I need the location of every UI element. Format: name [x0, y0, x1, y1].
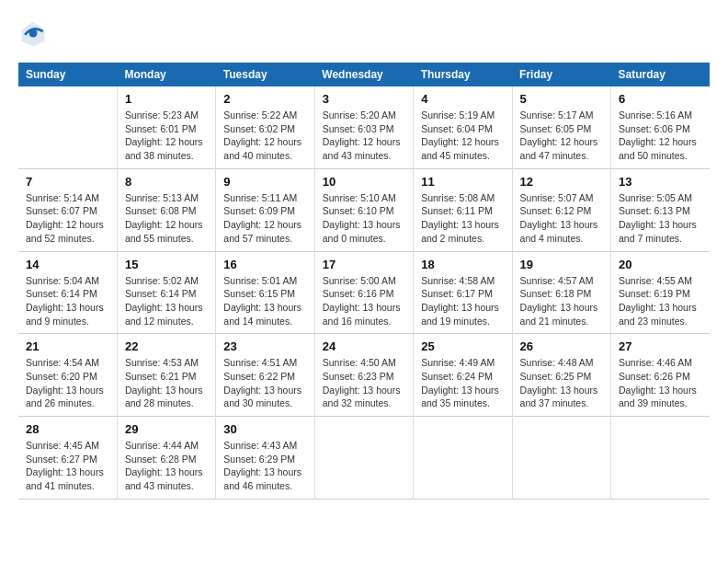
- calendar-cell: 15Sunrise: 5:02 AM Sunset: 6:14 PM Dayli…: [117, 251, 215, 334]
- week-row-1: 1Sunrise: 5:23 AM Sunset: 6:01 PM Daylig…: [18, 86, 710, 168]
- calendar-table: SundayMondayTuesdayWednesdayThursdayFrid…: [18, 63, 710, 500]
- calendar-cell: 21Sunrise: 4:54 AM Sunset: 6:20 PM Dayli…: [18, 334, 117, 417]
- day-number: 11: [421, 175, 504, 189]
- day-number: 7: [26, 175, 109, 189]
- day-number: 15: [125, 258, 208, 271]
- weekday-sunday: Sunday: [18, 63, 117, 86]
- day-info: Sunrise: 4:49 AM Sunset: 6:24 PM Dayligh…: [421, 356, 504, 410]
- calendar-cell: 3Sunrise: 5:20 AM Sunset: 6:03 PM Daylig…: [314, 86, 413, 168]
- day-number: 28: [26, 422, 109, 436]
- day-info: Sunrise: 5:20 AM Sunset: 6:03 PM Dayligh…: [323, 109, 405, 163]
- day-number: 10: [323, 175, 405, 189]
- day-number: 23: [223, 339, 306, 353]
- calendar-cell: 13Sunrise: 5:05 AM Sunset: 6:13 PM Dayli…: [611, 168, 710, 251]
- day-number: 14: [26, 258, 109, 271]
- day-info: Sunrise: 4:43 AM Sunset: 6:29 PM Dayligh…: [223, 439, 306, 493]
- calendar-cell: [18, 86, 117, 168]
- day-info: Sunrise: 5:08 AM Sunset: 6:11 PM Dayligh…: [421, 191, 504, 246]
- day-number: 2: [223, 92, 306, 106]
- week-row-2: 7Sunrise: 5:14 AM Sunset: 6:07 PM Daylig…: [18, 168, 710, 251]
- calendar-cell: 16Sunrise: 5:01 AM Sunset: 6:15 PM Dayli…: [216, 251, 314, 334]
- day-info: Sunrise: 4:51 AM Sunset: 6:22 PM Dayligh…: [223, 356, 306, 410]
- calendar-cell: 29Sunrise: 4:44 AM Sunset: 6:28 PM Dayli…: [117, 417, 215, 500]
- day-info: Sunrise: 4:45 AM Sunset: 6:27 PM Dayligh…: [26, 439, 109, 493]
- page-header: [18, 18, 710, 48]
- calendar-cell: 23Sunrise: 4:51 AM Sunset: 6:22 PM Dayli…: [216, 334, 314, 417]
- logo-icon: [18, 18, 48, 48]
- day-info: Sunrise: 5:16 AM Sunset: 6:06 PM Dayligh…: [619, 109, 702, 163]
- day-info: Sunrise: 5:23 AM Sunset: 6:01 PM Dayligh…: [125, 109, 208, 163]
- day-info: Sunrise: 5:01 AM Sunset: 6:15 PM Dayligh…: [223, 274, 306, 328]
- calendar-cell: 9Sunrise: 5:11 AM Sunset: 6:09 PM Daylig…: [216, 168, 314, 251]
- day-number: 22: [125, 339, 208, 353]
- calendar-cell: 20Sunrise: 4:55 AM Sunset: 6:19 PM Dayli…: [611, 251, 710, 334]
- weekday-wednesday: Wednesday: [314, 63, 413, 86]
- day-number: 1: [125, 92, 208, 106]
- calendar-cell: [414, 417, 512, 500]
- week-row-3: 14Sunrise: 5:04 AM Sunset: 6:14 PM Dayli…: [18, 251, 710, 334]
- calendar-cell: 8Sunrise: 5:13 AM Sunset: 6:08 PM Daylig…: [117, 168, 215, 251]
- day-info: Sunrise: 5:07 AM Sunset: 6:12 PM Dayligh…: [520, 191, 603, 246]
- weekday-header-row: SundayMondayTuesdayWednesdayThursdayFrid…: [18, 63, 710, 86]
- calendar-cell: 26Sunrise: 4:48 AM Sunset: 6:25 PM Dayli…: [512, 334, 610, 417]
- svg-point-2: [29, 29, 38, 38]
- day-info: Sunrise: 4:54 AM Sunset: 6:20 PM Dayligh…: [26, 356, 109, 410]
- calendar-cell: 11Sunrise: 5:08 AM Sunset: 6:11 PM Dayli…: [414, 168, 512, 251]
- day-info: Sunrise: 4:53 AM Sunset: 6:21 PM Dayligh…: [125, 356, 208, 410]
- day-number: 8: [125, 175, 208, 189]
- day-info: Sunrise: 4:48 AM Sunset: 6:25 PM Dayligh…: [520, 356, 603, 410]
- calendar-cell: 28Sunrise: 4:45 AM Sunset: 6:27 PM Dayli…: [18, 417, 117, 500]
- day-info: Sunrise: 4:46 AM Sunset: 6:26 PM Dayligh…: [619, 356, 702, 410]
- day-info: Sunrise: 5:17 AM Sunset: 6:05 PM Dayligh…: [520, 109, 603, 163]
- day-number: 27: [619, 339, 702, 353]
- day-info: Sunrise: 5:05 AM Sunset: 6:13 PM Dayligh…: [619, 191, 702, 246]
- calendar-cell: [611, 417, 710, 500]
- day-number: 19: [520, 258, 603, 271]
- day-info: Sunrise: 5:13 AM Sunset: 6:08 PM Dayligh…: [125, 191, 208, 246]
- day-number: 16: [223, 258, 306, 271]
- calendar-cell: [314, 417, 413, 500]
- logo: [18, 18, 51, 48]
- day-info: Sunrise: 4:57 AM Sunset: 6:18 PM Dayligh…: [520, 274, 603, 328]
- day-number: 24: [323, 339, 405, 353]
- week-row-4: 21Sunrise: 4:54 AM Sunset: 6:20 PM Dayli…: [18, 334, 710, 417]
- day-number: 17: [323, 258, 405, 271]
- calendar-cell: 19Sunrise: 4:57 AM Sunset: 6:18 PM Dayli…: [512, 251, 610, 334]
- day-number: 21: [26, 339, 109, 353]
- day-info: Sunrise: 5:19 AM Sunset: 6:04 PM Dayligh…: [421, 109, 504, 163]
- calendar-cell: 7Sunrise: 5:14 AM Sunset: 6:07 PM Daylig…: [18, 168, 117, 251]
- calendar-header: SundayMondayTuesdayWednesdayThursdayFrid…: [18, 63, 710, 86]
- day-number: 5: [520, 92, 603, 106]
- calendar-cell: 12Sunrise: 5:07 AM Sunset: 6:12 PM Dayli…: [512, 168, 610, 251]
- day-info: Sunrise: 4:50 AM Sunset: 6:23 PM Dayligh…: [323, 356, 405, 410]
- day-number: 29: [125, 422, 208, 436]
- day-number: 3: [323, 92, 405, 106]
- calendar-cell: 1Sunrise: 5:23 AM Sunset: 6:01 PM Daylig…: [117, 86, 215, 168]
- day-info: Sunrise: 5:10 AM Sunset: 6:10 PM Dayligh…: [323, 191, 405, 246]
- day-info: Sunrise: 5:02 AM Sunset: 6:14 PM Dayligh…: [125, 274, 208, 328]
- day-number: 26: [520, 339, 603, 353]
- weekday-friday: Friday: [512, 63, 610, 86]
- day-info: Sunrise: 5:22 AM Sunset: 6:02 PM Dayligh…: [223, 109, 306, 163]
- calendar-cell: 4Sunrise: 5:19 AM Sunset: 6:04 PM Daylig…: [414, 86, 512, 168]
- calendar-cell: 14Sunrise: 5:04 AM Sunset: 6:14 PM Dayli…: [18, 251, 117, 334]
- calendar-cell: 10Sunrise: 5:10 AM Sunset: 6:10 PM Dayli…: [314, 168, 413, 251]
- calendar-cell: [512, 417, 610, 500]
- day-info: Sunrise: 4:44 AM Sunset: 6:28 PM Dayligh…: [125, 439, 208, 493]
- day-number: 13: [619, 175, 702, 189]
- calendar-cell: 30Sunrise: 4:43 AM Sunset: 6:29 PM Dayli…: [216, 417, 314, 500]
- day-number: 9: [223, 175, 306, 189]
- calendar-cell: 5Sunrise: 5:17 AM Sunset: 6:05 PM Daylig…: [512, 86, 610, 168]
- week-row-5: 28Sunrise: 4:45 AM Sunset: 6:27 PM Dayli…: [18, 417, 710, 500]
- day-number: 6: [619, 92, 702, 106]
- calendar-cell: 2Sunrise: 5:22 AM Sunset: 6:02 PM Daylig…: [216, 86, 314, 168]
- day-number: 18: [421, 258, 504, 271]
- weekday-tuesday: Tuesday: [216, 63, 314, 86]
- day-info: Sunrise: 5:04 AM Sunset: 6:14 PM Dayligh…: [26, 274, 109, 328]
- calendar-cell: 22Sunrise: 4:53 AM Sunset: 6:21 PM Dayli…: [117, 334, 215, 417]
- day-info: Sunrise: 4:58 AM Sunset: 6:17 PM Dayligh…: [421, 274, 504, 328]
- calendar-cell: 17Sunrise: 5:00 AM Sunset: 6:16 PM Dayli…: [314, 251, 413, 334]
- day-info: Sunrise: 5:11 AM Sunset: 6:09 PM Dayligh…: [223, 191, 306, 246]
- day-number: 20: [619, 258, 702, 271]
- day-number: 12: [520, 175, 603, 189]
